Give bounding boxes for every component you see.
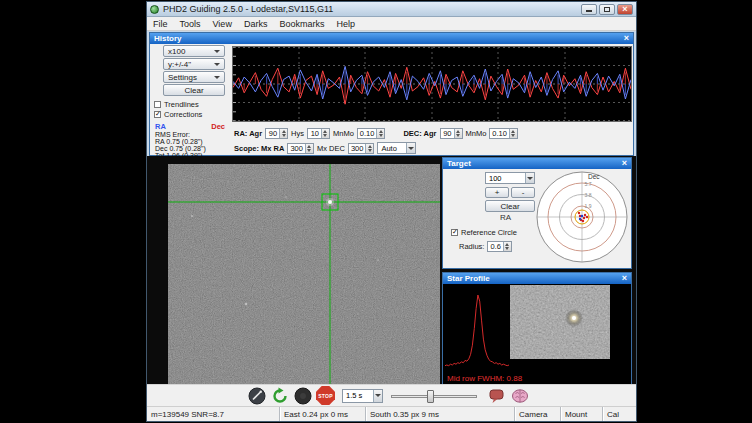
fwhm-readout: Mid row FWHM: 0.88 <box>447 374 522 383</box>
target-zoom-in-button[interactable]: + <box>485 187 509 198</box>
svg-text:3.8: 3.8 <box>585 192 592 198</box>
menubar: File Tools View Darks Bookmarks Help <box>147 17 636 31</box>
dec-minmove-spinner[interactable]: 0.10 <box>489 128 518 139</box>
screen-stretch-slider[interactable] <box>391 388 477 404</box>
target-dec-axis-label: Dec <box>588 173 600 180</box>
guide-camera-image[interactable] <box>168 164 440 384</box>
chevron-down-icon <box>408 147 414 150</box>
graph-yscale-dropdown[interactable]: y:+/-4" <box>163 58 225 70</box>
target-ra-axis-label: RA <box>500 213 511 222</box>
history-graph-svg <box>233 47 631 121</box>
rms-dec: Dec 0.75 (0.28") <box>155 145 206 152</box>
svg-text:5.7: 5.7 <box>585 181 592 187</box>
checkbox-box <box>154 111 161 118</box>
target-panel: Target × 100 + - Clear RA Reference Circ… <box>442 157 632 269</box>
camera-setup-icon[interactable] <box>247 387 267 405</box>
ra-hysteresis-spinner[interactable]: 10 <box>307 128 330 139</box>
target-zoom-out-button[interactable]: - <box>511 187 535 198</box>
guide-params-row-1: RA: Agr 90 Hys 10 MnMo 0.10 DEC: Agr 90 … <box>234 128 631 139</box>
brain-icon[interactable] <box>510 387 530 405</box>
mount-status: Mount <box>560 407 602 421</box>
history-graph[interactable] <box>232 46 632 122</box>
star-profile-curve <box>445 286 509 372</box>
radius-row: Radius: 0.6 <box>459 241 512 252</box>
target-clear-button[interactable]: Clear <box>485 200 535 212</box>
max-ra-duration-spinner[interactable]: 300 <box>287 143 314 154</box>
menu-bookmarks[interactable]: Bookmarks <box>273 17 330 30</box>
dec-correction-status: South 0.35 px 9 ms <box>365 407 457 421</box>
reference-circle-checkbox[interactable]: Reference Circle <box>451 228 517 237</box>
statusbar: m=139549 SNR=8.7 East 0.24 px 0 ms South… <box>147 406 636 421</box>
stop-button[interactable]: STOP <box>316 386 335 405</box>
minimize-button[interactable] <box>581 4 597 15</box>
ra-correction-status: East 0.24 px 0 ms <box>279 407 365 421</box>
target-zoom-select[interactable]: 100 <box>485 172 535 184</box>
menu-file[interactable]: File <box>147 17 174 30</box>
target-title: Target <box>447 159 471 168</box>
dec-guide-mode-select[interactable]: Auto <box>377 142 416 154</box>
chevron-down-icon <box>375 394 381 397</box>
chevron-down-icon <box>527 177 533 180</box>
star-profile-close-icon[interactable]: × <box>622 274 627 283</box>
checkbox-box <box>451 229 458 236</box>
guide-icon[interactable] <box>293 387 313 405</box>
star-profile-panel: Star Profile × <box>442 272 632 384</box>
star-profile-titlebar[interactable]: Star Profile × <box>443 273 631 284</box>
ra-aggression-spinner[interactable]: 90 <box>265 128 288 139</box>
history-close-icon[interactable]: × <box>624 34 629 43</box>
graph-xscale-dropdown[interactable]: x100 <box>163 45 225 57</box>
ra-minmove-spinner[interactable]: 0.10 <box>357 128 386 139</box>
app-icon <box>150 5 159 14</box>
exposure-duration-select[interactable]: 1.5 s <box>342 389 383 403</box>
max-dec-duration-spinner[interactable]: 300 <box>348 143 375 154</box>
star-mass-snr-status: m=139549 SNR=8.7 <box>147 407 279 421</box>
star-zoom-thumbnail <box>510 285 610 359</box>
chevron-down-icon <box>214 63 220 66</box>
loop-exposures-icon[interactable] <box>270 387 290 405</box>
svg-text:1.9: 1.9 <box>585 203 592 209</box>
chevron-down-icon <box>214 50 220 53</box>
maximize-button[interactable] <box>599 4 615 15</box>
target-titlebar[interactable]: Target × <box>443 158 631 169</box>
history-title: History <box>154 34 182 43</box>
menu-help[interactable]: Help <box>330 17 361 30</box>
graph-clear-button[interactable]: Clear <box>163 84 225 96</box>
dec-aggression-spinner[interactable]: 90 <box>440 128 463 139</box>
main-area: Target × 100 + - Clear RA Reference Circ… <box>147 156 636 384</box>
titlebar[interactable]: PHD2 Guiding 2.5.0 - Lodestar,SV115,G11 … <box>147 2 636 17</box>
radius-spinner[interactable]: 0.6 <box>487 241 511 252</box>
checkbox-box <box>154 101 161 108</box>
phd2-window: PHD2 Guiding 2.5.0 - Lodestar,SV115,G11 … <box>146 1 637 422</box>
close-button[interactable]: × <box>617 4 633 15</box>
corrections-checkbox[interactable]: Corrections <box>154 110 202 119</box>
target-bullseye: Dec 1.9 3.8 5.7 <box>534 169 630 265</box>
slider-thumb[interactable] <box>427 390 434 403</box>
cam-dialog-icon[interactable] <box>487 388 507 404</box>
slider-track <box>391 395 477 398</box>
maximize-icon <box>604 7 610 12</box>
history-panel: History × x100 y:+/-4" Settings Clear Tr… <box>149 32 634 156</box>
close-icon: × <box>622 5 627 14</box>
ra-legend: RA <box>155 122 166 131</box>
camera-status: Camera <box>514 407 560 421</box>
star-profile-title: Star Profile <box>447 274 490 283</box>
menu-darks[interactable]: Darks <box>238 17 274 30</box>
rms-header: RMS Error: <box>155 131 206 138</box>
minimize-icon <box>586 10 592 12</box>
guide-params-row-2: Scope: Mx RA 300 Mx DEC 300 Auto <box>234 142 631 154</box>
chevron-down-icon <box>214 76 220 79</box>
menu-tools[interactable]: Tools <box>174 17 207 30</box>
menu-view[interactable]: View <box>207 17 238 30</box>
graph-settings-dropdown[interactable]: Settings <box>163 71 225 83</box>
rms-ra: RA 0.75 (0.28") <box>155 138 206 145</box>
toolbar: STOP 1.5 s <box>147 384 636 406</box>
graph-legend: RA Dec <box>155 122 225 131</box>
dec-legend: Dec <box>211 122 225 131</box>
cal-status: Cal <box>602 407 636 421</box>
target-close-icon[interactable]: × <box>622 159 627 168</box>
guide-star <box>328 200 332 204</box>
history-titlebar[interactable]: History × <box>150 33 633 44</box>
trendlines-checkbox[interactable]: Trendlines <box>154 100 199 109</box>
window-title: PHD2 Guiding 2.5.0 - Lodestar,SV115,G11 <box>163 4 581 14</box>
